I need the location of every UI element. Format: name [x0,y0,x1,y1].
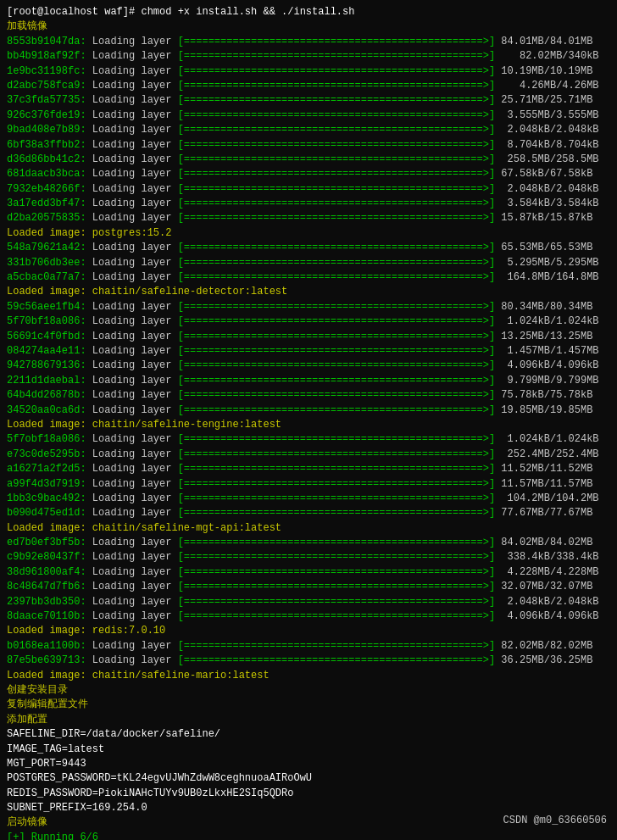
terminal-line: 复制编辑配置文件 [7,698,610,712]
terminal-line: 7932eb48266f: Loading layer [===========… [7,182,610,197]
terminal-line: d2ba20575835: Loading layer [===========… [7,211,610,225]
terminal-line: Loaded image: chaitin/safeline-detector:… [7,285,610,299]
terminal-line: 5f7obf18a086: Loading layer [===========… [7,432,610,447]
terminal-line: 87e5be639713: Loading layer [===========… [7,654,610,668]
terminal-window: [root@localhost waf]# chmod +x install.s… [7,5,610,840]
terminal-line: 8553b91047da: Loading layer [===========… [7,35,610,49]
terminal-line: 1e9bc31198fc: Loading layer [===========… [7,64,610,79]
terminal-line: c9b92e80437f: Loading layer [===========… [7,550,610,565]
terminal-line: a5cbac0a77a7: Loading layer [===========… [7,270,610,285]
terminal-line: 9bad408e7b89: Loading layer [===========… [7,123,610,137]
terminal-line: 8c48647d7fb6: Loading layer [===========… [7,580,610,594]
terminal-line: 6bf38a3ffbb2: Loading layer [===========… [7,138,610,153]
terminal-line: 加载镜像 [7,19,610,34]
terminal-line: d36d86bb41c2: Loading layer [===========… [7,153,610,167]
terminal-line: 38d961800af4: Loading layer [===========… [7,565,610,580]
terminal-line: b0168ea1100b: Loading layer [===========… [7,639,610,654]
terminal-line: Loaded image: chaitin/safeline-tengine:l… [7,418,610,432]
watermark: CSDN @m0_63660506 [503,814,607,828]
terminal-line: 084274aa4e11: Loading layer [===========… [7,344,610,359]
terminal-line: 2397bb3db350: Loading layer [===========… [7,595,610,609]
terminal-line: [root@localhost waf]# chmod +x install.s… [7,5,610,19]
terminal-line: 548a79621a42: Loading layer [===========… [7,241,610,255]
terminal-line: 5f70bf18a086: Loading layer [===========… [7,314,610,329]
terminal-line: 1bb3c9bac492: Loading layer [===========… [7,492,610,506]
terminal-line: REDIS_PASSWORD=PiokiNAHcTUYv9UB0zLkxHE2S… [7,787,610,801]
terminal-line: 681daacb3bca: Loading layer [===========… [7,167,610,181]
terminal-line: 331b706db3ee: Loading layer [===========… [7,256,610,270]
terminal-line: a99f4d3d7919: Loading layer [===========… [7,477,610,492]
terminal-line: 37c3fda57735: Loading layer [===========… [7,93,610,108]
terminal-line: 64b4dd26878b: Loading layer [===========… [7,388,610,403]
terminal-line: 56691c4f0fbd: Loading layer [===========… [7,330,610,344]
terminal-line: bb4b918af92f: Loading layer [===========… [7,49,610,64]
terminal-line: b090d475ed1d: Loading layer [===========… [7,506,610,520]
terminal-line: IMAGE_TAG=latest [7,743,610,757]
terminal-line: 942788679136: Loading layer [===========… [7,359,610,373]
terminal-line: 3a17edd3bf47: Loading layer [===========… [7,197,610,211]
terminal-line: 8daace70110b: Loading layer [===========… [7,609,610,624]
terminal-line: 创建安装目录 [7,683,610,698]
terminal-line: 34520aa0ca6d: Loading layer [===========… [7,403,610,418]
terminal-line: Loaded image: postgres:15.2 [7,226,610,241]
terminal-line: e73c0de5295b: Loading layer [===========… [7,448,610,462]
terminal-line: Loaded image: chaitin/safeline-mario:lat… [7,669,610,683]
terminal-line: [+] Running 6/6 [7,831,610,840]
terminal-line: Loaded image: redis:7.0.10 [7,624,610,638]
terminal-line: d2abc758fca9: Loading layer [===========… [7,79,610,93]
terminal-line: 59c56aee1fb4: Loading layer [===========… [7,300,610,314]
terminal-line: Loaded image: chaitin/safeline-mgt-api:l… [7,521,610,536]
terminal-line: POSTGRES_PASSWORD=tKL24egvUJWhZdwW8ceghn… [7,771,610,786]
terminal-line: a16271a2f2d5: Loading layer [===========… [7,462,610,476]
terminal-line: ed7b0ef3bf5b: Loading layer [===========… [7,536,610,550]
terminal-content: [root@localhost waf]# chmod +x install.s… [7,5,610,840]
terminal-line: MGT_PORT=9443 [7,757,610,771]
terminal-line: 2211d1daebal: Loading layer [===========… [7,374,610,388]
terminal-line: 添加配置 [7,713,610,727]
terminal-line: SAFELINE_DIR=/data/docker/safeline/ [7,727,610,742]
terminal-line: 926c376fde19: Loading layer [===========… [7,108,610,123]
